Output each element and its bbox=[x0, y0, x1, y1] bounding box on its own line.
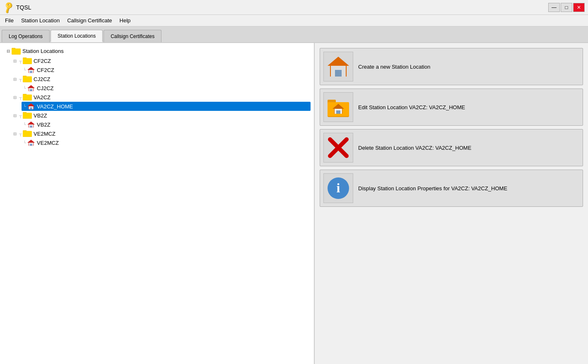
svg-rect-8 bbox=[30, 71, 32, 73]
cf2cz-house-icon bbox=[27, 66, 35, 74]
menu-file[interactable]: File bbox=[2, 16, 17, 25]
group-VE2MCZ-item[interactable]: ⊟ ┬ VE2MCZ bbox=[12, 129, 311, 138]
app-title: TQSL bbox=[16, 4, 31, 11]
cj2cz-home-label: CJ2CZ bbox=[37, 85, 53, 91]
cf2cz-connector: ┬ bbox=[19, 59, 22, 63]
group-VA2CZ-item[interactable]: ⊟ ┬ VA2CZ bbox=[12, 93, 311, 102]
vb2z-home-item[interactable]: └ VB2Z bbox=[22, 120, 311, 129]
main-content: ⊟ Station Locations ⊟ ┬ CF2CZ bbox=[0, 43, 588, 364]
svg-rect-11 bbox=[23, 77, 32, 82]
close-button[interactable]: ✕ bbox=[573, 3, 585, 12]
maximize-button[interactable]: □ bbox=[561, 3, 572, 12]
svg-rect-35 bbox=[335, 70, 342, 77]
cj2cz-expander[interactable]: ⊟ bbox=[13, 77, 19, 81]
ve2mcz-connector: ┬ bbox=[19, 132, 22, 136]
tab-log-operations[interactable]: Log Operations bbox=[2, 30, 50, 42]
svg-rect-5 bbox=[23, 58, 32, 64]
ve2mcz-label: VE2MCZ bbox=[34, 131, 55, 137]
group-VA2CZ: ⊟ ┬ VA2CZ └ VA2CZ_HOME bbox=[3, 93, 311, 111]
root-label: Station Locations bbox=[22, 48, 64, 54]
tree-panel: ⊟ Station Locations ⊟ ┬ CF2CZ bbox=[0, 43, 315, 364]
edit-label: Edit Station Location VA2CZ: VA2CZ_HOME bbox=[358, 104, 465, 110]
cj2cz-folder-icon bbox=[23, 75, 32, 83]
va2cz-folder-icon bbox=[23, 93, 32, 101]
svg-rect-32 bbox=[30, 144, 32, 146]
group-CF2CZ-item[interactable]: ⊟ ┬ CF2CZ bbox=[12, 56, 311, 65]
cj2cz-home-item[interactable]: └ CJ2CZ bbox=[22, 84, 311, 93]
delete-label: Delete Station Location VA2CZ: VA2CZ_HOM… bbox=[358, 145, 471, 151]
cj2cz-house-icon bbox=[27, 84, 35, 92]
edit-button[interactable]: Edit Station Location VA2CZ: VA2CZ_HOME bbox=[320, 89, 583, 126]
edit-icon-box bbox=[323, 92, 353, 122]
cf2cz-home-item[interactable]: └ CF2CZ bbox=[22, 65, 311, 74]
vb2z-label: VB2Z bbox=[34, 113, 47, 119]
root-folder-icon bbox=[12, 47, 21, 55]
tree-root-item[interactable]: ⊟ Station Locations bbox=[3, 46, 311, 55]
cj2cz-child-connector: └ bbox=[23, 86, 26, 91]
svg-rect-26 bbox=[30, 126, 32, 128]
menu-station-location[interactable]: Station Location bbox=[18, 16, 63, 25]
cf2cz-line: ⊟ bbox=[13, 59, 19, 63]
va2cz-expander[interactable]: ⊟ bbox=[13, 95, 19, 100]
vb2z-home-label: VB2Z bbox=[37, 122, 51, 128]
title-bar-left: 🔑 TQSL bbox=[3, 2, 31, 12]
edit-icon bbox=[327, 96, 350, 119]
cf2cz-home-label: CF2CZ bbox=[37, 67, 54, 73]
va2cz-label: VA2CZ bbox=[34, 94, 51, 101]
vb2z-folder-icon bbox=[23, 112, 32, 119]
va2cz-child-connector: └ bbox=[23, 104, 26, 109]
va2cz-home-item[interactable]: └ VA2CZ_HOME bbox=[22, 102, 311, 111]
svg-rect-29 bbox=[23, 131, 32, 137]
ve2mcz-house-icon bbox=[27, 139, 35, 146]
svg-rect-23 bbox=[23, 113, 32, 119]
cf2cz-folder-icon bbox=[23, 57, 32, 65]
cf2cz-label: CF2CZ bbox=[34, 58, 51, 64]
delete-button[interactable]: Delete Station Location VA2CZ: VA2CZ_HOM… bbox=[320, 129, 583, 166]
group-CJ2CZ-item[interactable]: ⊟ ┬ CJ2CZ bbox=[12, 74, 311, 84]
title-bar-controls: — □ ✕ bbox=[548, 3, 585, 12]
group-CJ2CZ: ⊟ ┬ CJ2CZ └ CJ2CZ bbox=[3, 74, 311, 93]
create-new-label: Create a new Station Location bbox=[358, 64, 430, 70]
properties-label: Display Station Location Properties for … bbox=[358, 185, 507, 192]
vb2z-child-connector: └ bbox=[23, 122, 26, 127]
properties-icon: i bbox=[327, 177, 350, 200]
delete-icon-box bbox=[323, 133, 353, 163]
ve2mcz-home-label: VE2MCZ bbox=[37, 140, 59, 146]
vb2z-expander[interactable]: ⊟ bbox=[13, 113, 19, 118]
svg-rect-20 bbox=[30, 108, 32, 110]
ve2mcz-home-item[interactable]: └ VE2MCZ bbox=[22, 138, 311, 147]
menu-callsign-certificate[interactable]: Callsign Certificate bbox=[64, 16, 115, 25]
properties-icon-box: i bbox=[323, 173, 353, 203]
ve2mcz-child-connector: └ bbox=[23, 141, 26, 145]
cj2cz-connector: ┬ bbox=[19, 77, 22, 81]
group-VB2Z-item[interactable]: ⊟ ┬ VB2Z bbox=[12, 111, 311, 120]
tab-log-operations-label: Log Operations bbox=[9, 34, 43, 39]
minimize-button[interactable]: — bbox=[548, 3, 560, 12]
ve2mcz-expander[interactable]: ⊟ bbox=[13, 132, 19, 136]
tab-callsign-certificates-label: Callsign Certificates bbox=[111, 34, 154, 39]
create-new-button[interactable]: Create a new Station Location bbox=[320, 48, 583, 85]
root-expander[interactable]: ⊟ bbox=[5, 48, 12, 54]
tab-station-locations-label: Station Locations bbox=[58, 33, 96, 39]
tab-station-locations[interactable]: Station Locations bbox=[51, 30, 103, 42]
cf2cz-child-connector: └ bbox=[23, 68, 26, 72]
title-bar: 🔑 TQSL — □ ✕ bbox=[0, 0, 588, 15]
menu-bar: File Station Location Callsign Certifica… bbox=[0, 15, 588, 26]
svg-rect-41 bbox=[336, 110, 340, 114]
properties-button[interactable]: i Display Station Location Properties fo… bbox=[320, 170, 583, 207]
key-icon: 🔑 bbox=[2, 0, 16, 14]
group-VB2Z: ⊟ ┬ VB2Z └ VB2Z bbox=[3, 111, 311, 129]
va2cz-connector: ┬ bbox=[19, 95, 22, 100]
svg-rect-17 bbox=[23, 95, 32, 101]
cj2cz-label: CJ2CZ bbox=[34, 76, 50, 82]
ve2mcz-folder-icon bbox=[23, 130, 32, 137]
tab-bar: Log Operations Station Locations Callsig… bbox=[0, 26, 588, 43]
create-new-icon bbox=[327, 55, 350, 78]
tab-callsign-certificates[interactable]: Callsign Certificates bbox=[104, 30, 161, 42]
va2cz-house-icon bbox=[27, 103, 35, 110]
menu-help[interactable]: Help bbox=[116, 16, 134, 25]
delete-icon bbox=[327, 136, 350, 159]
right-panel: Create a new Station Location Edit Stati… bbox=[315, 43, 588, 364]
svg-rect-2 bbox=[12, 49, 21, 55]
svg-rect-14 bbox=[30, 89, 32, 91]
